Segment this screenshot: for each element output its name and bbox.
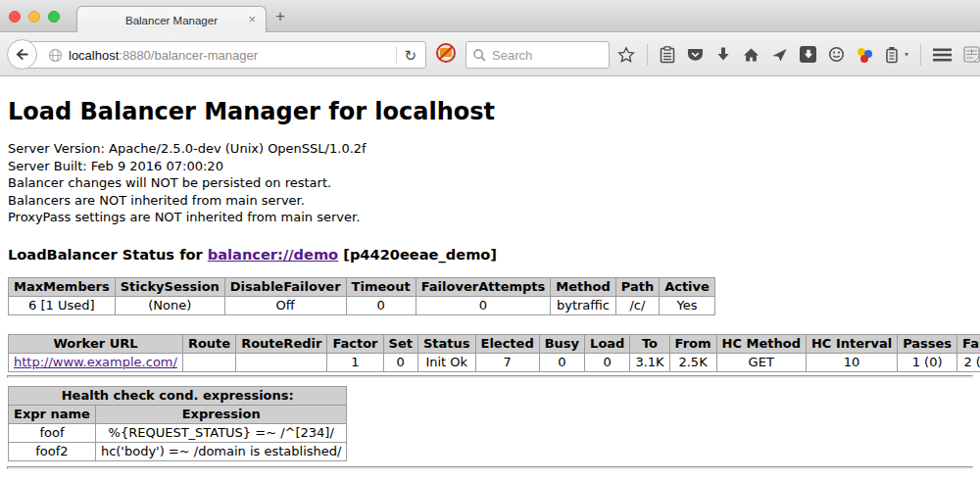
color-dots-extension-icon[interactable] (857, 46, 873, 63)
page-content: Load Balancer Manager for localhost Serv… (0, 76, 980, 481)
tab-groups-icon[interactable] (963, 46, 980, 63)
col-load: Load (585, 334, 630, 353)
col-to: To (630, 334, 669, 353)
toolbar-separator (920, 44, 921, 66)
balancer-demo-link[interactable]: balancer://demo (208, 246, 338, 263)
container-extension-icon[interactable] (885, 46, 899, 64)
cell-route (182, 353, 235, 371)
home-icon[interactable] (743, 47, 760, 63)
cell-timeout: 0 (346, 296, 416, 314)
cell-elected: 7 (475, 353, 539, 371)
url-bar[interactable]: localhost:8880/balancer-manager ↻ (22, 41, 426, 69)
col-path: Path (615, 277, 659, 296)
worker-url-link[interactable]: http://www.example.com/ (14, 355, 177, 369)
downloads-icon[interactable] (715, 46, 731, 63)
server-version-line: Server Version: Apache/2.5.0-dev (Unix) … (8, 140, 972, 158)
col-elected: Elected (475, 334, 539, 353)
col-maxmembers: MaxMembers (9, 277, 116, 296)
cell-active: Yes (660, 296, 715, 314)
overflow-caret-icon[interactable]: ▾ (905, 50, 908, 59)
tab-close-icon[interactable]: × (248, 13, 256, 26)
pocket-icon[interactable] (687, 47, 704, 63)
table-row: foof %{REQUEST_STATUS} =~ /^[234]/ (9, 423, 347, 442)
cell-expr-name: foof (9, 423, 96, 442)
cell-routeredir (236, 353, 327, 371)
col-set: Set (383, 334, 417, 353)
table-title-row: Health check cond. expressions: (9, 386, 347, 405)
col-disablefailover: DisableFailover (224, 277, 346, 296)
plugin-blocked-icon[interactable] (435, 42, 457, 64)
proxypass-note-line: ProxyPass settings are NOT inherited fro… (8, 209, 972, 226)
col-passes: Passes (898, 334, 957, 353)
cell-status: Init Ok (417, 353, 475, 371)
close-window-button[interactable] (9, 11, 21, 23)
cell-load: 0 (585, 353, 630, 371)
server-info: Server Version: Apache/2.5.0-dev (Unix) … (8, 140, 972, 226)
col-fails: Fails (957, 334, 980, 353)
col-hc-interval: HC Interval (806, 334, 897, 353)
server-built-line: Server Built: Feb 9 2016 07:00:20 (8, 158, 972, 175)
navigation-toolbar: localhost:8880/balancer-manager ↻ (0, 32, 980, 76)
table-header-row: Expr name Expression (9, 405, 347, 423)
col-factor: Factor (327, 334, 383, 353)
minimize-window-button[interactable] (28, 11, 40, 23)
red-dot-icon (860, 55, 868, 63)
loadbalancer-status-heading: LoadBalancer Status for balancer://demo … (8, 246, 972, 263)
globe-icon (48, 48, 63, 63)
table-row: 6 [1 Used] (None) Off 0 0 bytraffic /c/ … (9, 296, 715, 314)
url-host: localhost (69, 48, 119, 63)
col-expr-name: Expr name (9, 405, 96, 423)
cell-passes: 1 (0) (898, 353, 957, 371)
col-hc-method: HC Method (716, 334, 806, 353)
feedback-smiley-icon[interactable] (828, 46, 845, 63)
search-input[interactable] (492, 48, 603, 63)
col-stickysession: StickySession (115, 277, 224, 296)
balancers-note-line: Balancers are NOT inherited from main se… (8, 192, 972, 210)
window-controls (9, 11, 60, 23)
new-tab-button[interactable]: + (275, 8, 285, 24)
horizontal-rule (7, 375, 973, 378)
urlbar-divider (396, 46, 397, 64)
browser-tab-balancer-manager[interactable]: Balancer Manager × (76, 6, 267, 33)
status-heading-prefix: LoadBalancer Status for (8, 246, 208, 263)
cell-expr-name: foof2 (9, 442, 96, 460)
cell-from: 2.5K (669, 353, 716, 371)
send-tab-icon[interactable] (771, 47, 788, 63)
search-icon (472, 48, 487, 63)
table-header-row: MaxMembers StickySession DisableFailover… (9, 277, 715, 296)
health-table-title: Health check cond. expressions: (9, 386, 347, 405)
url-text[interactable]: localhost:8880/balancer-manager (69, 48, 258, 63)
health-check-table: Health check cond. expressions: Expr nam… (8, 386, 347, 461)
col-busy: Busy (539, 334, 584, 353)
reload-button[interactable]: ↻ (404, 48, 416, 63)
table-row: foof2 hc('body') =~ /domain is establish… (9, 442, 347, 460)
cell-set: 0 (383, 353, 417, 371)
video-download-icon[interactable] (800, 46, 816, 63)
col-expression: Expression (95, 405, 347, 423)
url-path: :8880/balancer-manager (119, 48, 258, 63)
search-bar[interactable] (466, 41, 610, 69)
bookmark-star-icon[interactable] (617, 46, 635, 64)
balancer-settings-table: MaxMembers StickySession DisableFailover… (8, 277, 715, 315)
col-worker-url: Worker URL (9, 334, 183, 353)
cell-path: /c/ (615, 296, 659, 314)
col-status: Status (417, 334, 475, 353)
menu-button[interactable] (933, 48, 952, 62)
table-row: http://www.example.com/ 1 0 Init Ok 7 0 … (9, 353, 980, 371)
cell-maxmembers: 6 [1 Used] (9, 296, 116, 314)
table-header-row: Worker URL Route RouteRedir Factor Set S… (9, 334, 980, 353)
col-timeout: Timeout (346, 277, 416, 296)
col-active: Active (660, 277, 715, 296)
zoom-window-button[interactable] (48, 11, 60, 23)
browser-window: Balancer Manager × + localhost:8880/bala… (0, 0, 980, 481)
worker-status-table: Worker URL Route RouteRedir Factor Set S… (8, 334, 980, 372)
cell-disablefailover: Off (224, 296, 346, 314)
page-title: Load Balancer Manager for localhost (8, 98, 972, 125)
toolbar-icons: ▾ (617, 32, 980, 76)
reading-list-icon[interactable] (660, 46, 675, 64)
cell-factor: 1 (327, 353, 383, 371)
col-from: From (669, 334, 716, 353)
col-routeredir: RouteRedir (236, 334, 327, 353)
back-button[interactable] (7, 39, 37, 70)
back-arrow-icon (14, 46, 30, 63)
